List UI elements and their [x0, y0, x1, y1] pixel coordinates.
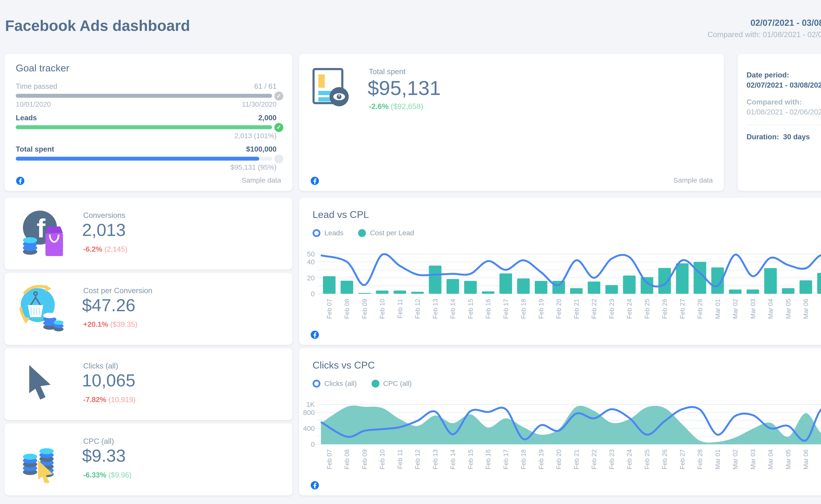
empty-circle-icon [274, 154, 284, 163]
legend-item-leads[interactable]: Leads [313, 229, 344, 237]
legend-item-clicks[interactable]: Clicks (all) [313, 380, 357, 388]
cpc-coins-cursor-icon [18, 434, 64, 485]
legend-item-cost-per-lead[interactable]: Cost per Lead [358, 229, 414, 237]
time-passed-dates: 10/01/2020 11/30/2020 [16, 101, 277, 108]
leads-goal-value: 2,000 [258, 114, 277, 122]
svg-text:Mar 04: Mar 04 [767, 299, 774, 319]
conversions-icon: f [18, 208, 64, 260]
total-spent-value: $95,131 [368, 76, 441, 100]
svg-text:Feb 09: Feb 09 [361, 449, 368, 470]
report-eye-icon [312, 67, 352, 112]
compared-with-label: Compared with: [747, 98, 821, 106]
svg-text:0: 0 [311, 440, 315, 448]
delta-percent: -6.33% [83, 471, 106, 479]
time-passed-progress [16, 94, 272, 98]
total-spent-progress [16, 157, 272, 161]
area-series-swatch-icon [371, 380, 379, 388]
chart-legend: Clicks (all) CPC (all) [313, 380, 412, 388]
leads-actual: 2,013 (101%) [234, 132, 277, 140]
svg-text:Feb 21: Feb 21 [573, 299, 580, 319]
svg-text:Feb 16: Feb 16 [484, 449, 492, 470]
svg-text:Feb 20: Feb 20 [555, 449, 562, 470]
clicks-label: Clicks (all) [83, 362, 118, 370]
svg-text:Feb 13: Feb 13 [432, 449, 439, 470]
svg-text:Feb 26: Feb 26 [661, 449, 668, 470]
total-spent-goal-label: Total spent [16, 145, 54, 153]
svg-text:Feb 24: Feb 24 [626, 449, 633, 470]
svg-text:50: 50 [307, 250, 315, 258]
svg-text:Feb 10: Feb 10 [379, 299, 386, 319]
total-spent-actual: $95,131 (95%) [231, 163, 277, 171]
clicks-vs-cpc-chart[interactable]: 1K800400010840Feb 07Feb 08Feb 09Feb 10Fe… [299, 395, 821, 481]
svg-text:Mar 07: Mar 07 [820, 299, 821, 319]
svg-text:Mar 01: Mar 01 [714, 449, 721, 470]
check-circle-icon [274, 123, 284, 132]
legend-label: Leads [324, 229, 344, 237]
svg-text:0: 0 [311, 290, 315, 298]
clicks-card: Clicks (all) 10,065 -7.82% (10,919) [4, 348, 292, 420]
lead-vs-cpl-chart[interactable]: 50402003024120Feb 07Feb 08Feb 09Feb 10Fe… [299, 245, 821, 330]
cpc-delta: -6.33% ($9.96) [83, 471, 132, 479]
svg-text:Feb 10: Feb 10 [379, 449, 386, 470]
cpc-card: CPC (all) $9.33 -6.33% ($9.96) [4, 423, 292, 495]
svg-text:Mar 05: Mar 05 [785, 449, 792, 470]
leads-progress [16, 125, 272, 129]
date-period-card: Date period: 02/07/2021 - 03/08/2021 Com… [738, 54, 821, 191]
date-period-value: 02/07/2021 - 03/08/2021 [747, 81, 821, 89]
svg-text:Mar 06: Mar 06 [802, 449, 809, 470]
total-spent-row: Total spent $100,000 [16, 145, 277, 153]
cursor-icon [24, 362, 70, 413]
header-date-block: 02/07/2021 - 03/08/2021 Compared with: 0… [708, 18, 821, 39]
clicks-vs-cpc-title: Clicks vs CPC [313, 359, 375, 371]
svg-text:Mar 05: Mar 05 [785, 299, 792, 319]
svg-text:Feb 23: Feb 23 [608, 449, 615, 470]
time-passed-fill [16, 94, 272, 98]
svg-text:Feb 24: Feb 24 [626, 299, 633, 319]
svg-text:1K: 1K [306, 400, 315, 408]
clicks-vs-cpc-card: Clicks vs CPC Clicks (all) CPC (all) 1K8… [299, 348, 821, 495]
leads-fill [16, 125, 272, 129]
svg-text:Mar 02: Mar 02 [732, 449, 739, 470]
svg-text:400: 400 [303, 424, 315, 432]
svg-text:Feb 14: Feb 14 [449, 299, 456, 319]
delta-absolute: (10,919) [108, 395, 136, 404]
delta-percent: -7.82% [83, 395, 106, 404]
compared-with-value: 01/08/2021 - 02/06/2021 [747, 108, 821, 116]
conversions-value: 2,013 [82, 220, 126, 240]
duration-row: Duration: 30 days [747, 133, 821, 141]
svg-text:Feb 12: Feb 12 [414, 299, 421, 319]
cost-per-conversion-label: Cost per Conversion [83, 286, 152, 295]
time-passed-label: Time passed [16, 82, 57, 90]
svg-text:Feb 22: Feb 22 [590, 449, 597, 470]
svg-text:Feb 18: Feb 18 [520, 449, 527, 470]
legend-item-cpc[interactable]: CPC (all) [371, 380, 412, 388]
facebook-icon [310, 330, 319, 339]
svg-text:Feb 11: Feb 11 [396, 449, 403, 469]
svg-text:Feb 08: Feb 08 [343, 299, 350, 319]
svg-text:Feb 17: Feb 17 [502, 449, 509, 470]
bar-series-swatch-icon [358, 229, 366, 237]
delta-percent: -2.6% [369, 102, 389, 111]
svg-text:Feb 28: Feb 28 [696, 299, 704, 319]
lead-vs-cpl-card: Lead vs CPL Leads Cost per Lead 50402003… [299, 198, 821, 345]
start-date: 10/01/2020 [16, 101, 51, 108]
time-passed-row: Time passed 61 / 61 [16, 82, 277, 90]
goal-tracker-card: Goal tracker Time passed 61 / 61 10/01/2… [4, 54, 292, 191]
cost-per-conversion-delta: +20.1% ($39.35) [83, 320, 137, 328]
facebook-icon [310, 176, 319, 185]
svg-text:Mar 02: Mar 02 [732, 299, 739, 319]
page-title: Facebook Ads dashboard [5, 17, 190, 35]
total-spent-fill [16, 157, 259, 161]
total-spent-goal-value: $100,000 [246, 145, 277, 153]
cost-per-conversion-card: Cost per Conversion $47.26 +20.1% ($39.3… [4, 273, 292, 345]
goal-tracker-title: Goal tracker [16, 62, 69, 74]
delta-absolute: ($92,658) [391, 102, 423, 111]
svg-text:Feb 19: Feb 19 [537, 449, 545, 470]
svg-text:Feb 22: Feb 22 [590, 299, 597, 319]
date-range: 02/07/2021 - 03/08/2021 [708, 18, 821, 28]
cpc-label: CPC (all) [83, 437, 114, 445]
svg-text:Feb 15: Feb 15 [467, 449, 474, 470]
delta-absolute: (2,145) [104, 245, 127, 253]
facebook-icon [310, 481, 319, 490]
delta-percent: -6.2% [83, 245, 102, 253]
